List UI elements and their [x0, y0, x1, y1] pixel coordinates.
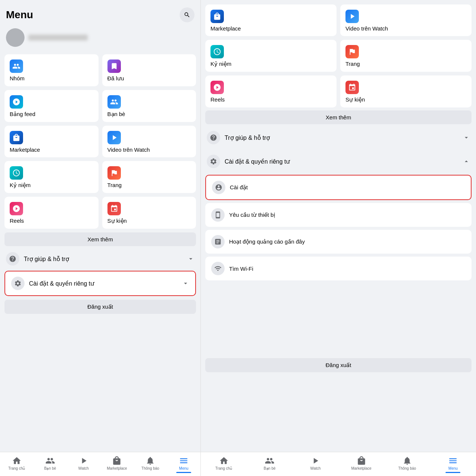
chevron-down-icon-2 [182, 280, 189, 287]
r-marketplace-label: Marketplace [210, 25, 331, 32]
left-panel: Menu Nhóm Đã lưu [0, 0, 201, 476]
r-nav-menu-label: Menu [448, 466, 458, 470]
r-notifications-nav-icon [402, 456, 412, 466]
left-bottom-nav: Trang chủ Bạn bè Watch Marketplace Thông… [0, 452, 200, 476]
right-panel: Marketplace Video trên Watch Kỷ niệm Tra… [201, 0, 476, 476]
r-see-more-button[interactable]: Xem thêm [205, 110, 472, 124]
settings-icon [11, 277, 25, 290]
r-support-label: Trợ giúp & hỗ trợ [225, 134, 458, 141]
search-icon [184, 12, 190, 18]
grid-item-memories[interactable]: Kỷ niệm [4, 161, 99, 193]
memories-label: Kỷ niệm [10, 182, 93, 189]
chevron-down-icon [187, 255, 194, 263]
r-marketplace-nav-icon [357, 456, 366, 466]
r-reels-icon [210, 81, 224, 94]
grid-item-pages[interactable]: Trang [102, 161, 196, 193]
friends-icon [107, 95, 121, 109]
right-grid-item-watch[interactable]: Video trên Watch [340, 4, 472, 36]
search-button[interactable] [180, 7, 194, 22]
settings-label: Cài đặt & quyền riêng tư [29, 280, 177, 287]
marketplace-nav-icon [112, 456, 122, 466]
r-nav-friends-label: Bạn bè [264, 466, 276, 470]
saved-label: Đã lưu [107, 75, 191, 82]
grid-item-feed[interactable]: Bảng feed [4, 90, 99, 122]
r-nav-marketplace-label: Marketplace [351, 466, 371, 470]
grid-item-marketplace[interactable]: Marketplace [4, 126, 99, 157]
r-nav-notifications-label: Thông báo [398, 466, 416, 470]
feed-icon [10, 95, 23, 109]
right-grid-item-marketplace[interactable]: Marketplace [205, 4, 337, 36]
caidat-icon [212, 181, 225, 194]
grid-item-saved[interactable]: Đã lưu [102, 54, 196, 86]
nav-notifications-label: Thông báo [141, 466, 159, 470]
r-nav-menu[interactable]: Menu [430, 454, 476, 475]
support-row[interactable]: Trợ giúp & hỗ trợ [0, 247, 200, 271]
marketplace-icon [10, 131, 23, 144]
r-settings-icon [207, 155, 220, 168]
r-menu-nav-icon [448, 456, 458, 466]
right-grid-item-reels[interactable]: Reels [205, 75, 337, 107]
yeucau-icon [211, 208, 225, 222]
friends-label: Bạn bè [107, 111, 191, 118]
profile-area[interactable] [0, 25, 200, 51]
menu-nav-icon [179, 456, 189, 466]
marketplace-label: Marketplace [10, 147, 93, 153]
right-grid-item-events[interactable]: Sự kiện [340, 75, 472, 107]
left-title: Menu [6, 9, 33, 21]
nav-marketplace[interactable]: Marketplace [100, 454, 134, 475]
r-nav-marketplace[interactable]: Marketplace [338, 454, 384, 475]
settings-row[interactable]: Cài đặt & quyền riêng tư [4, 271, 196, 296]
nav-notifications[interactable]: Thông báo [134, 454, 167, 475]
r-nav-home[interactable]: Trang chủ [201, 454, 247, 475]
right-grid-item-memories[interactable]: Kỷ niệm [205, 40, 337, 72]
wifi-icon [211, 262, 225, 275]
r-support-icon [207, 131, 220, 144]
see-more-button[interactable]: Xem thêm [4, 232, 196, 246]
r-home-icon [219, 456, 229, 466]
r-nav-notifications[interactable]: Thông báo [384, 454, 430, 475]
nav-menu-label: Menu [179, 466, 189, 470]
r-settings-wifi[interactable]: Tìm Wi-Fi [205, 257, 472, 280]
home-icon [12, 456, 22, 466]
r-pages-label: Trang [345, 61, 466, 67]
quangcao-label: Hoạt động quảng cáo gần đây [229, 238, 305, 245]
r-support-row[interactable]: Trợ giúp & hỗ trợ [201, 126, 476, 149]
grid-item-friends[interactable]: Bạn bè [102, 90, 196, 122]
nav-friends[interactable]: Bạn bè [33, 454, 67, 475]
r-nav-friends[interactable]: Bạn bè [247, 454, 292, 475]
caidat-label: Cài đặt [230, 184, 248, 191]
r-watch-label: Video trên Watch [345, 25, 466, 32]
right-bottom-nav: Trang chủ Bạn bè Watch Marketplace Thông… [201, 452, 476, 476]
right-grid: Marketplace Video trên Watch Kỷ niệm Tra… [201, 0, 476, 109]
feed-label: Bảng feed [10, 111, 93, 118]
r-logout-button[interactable]: Đăng xuất [205, 358, 472, 372]
grid-item-events[interactable]: Sự kiện [102, 197, 196, 229]
r-settings-row[interactable]: Cài đặt & quyền riêng tư [201, 149, 476, 173]
grid-item-groups[interactable]: Nhóm [4, 54, 99, 86]
r-events-label: Sự kiện [345, 96, 466, 103]
r-nav-watch[interactable]: Watch [293, 454, 338, 475]
nav-watch[interactable]: Watch [67, 454, 100, 475]
nav-marketplace-label: Marketplace [107, 466, 127, 470]
groups-icon [10, 60, 23, 73]
friends-nav-icon [45, 456, 55, 466]
events-icon [107, 202, 121, 215]
grid-item-watch[interactable]: Video trên Watch [102, 126, 196, 157]
logout-button[interactable]: Đăng xuất [4, 300, 196, 314]
nav-home[interactable]: Trang chủ [0, 454, 33, 475]
pages-icon [107, 166, 121, 180]
saved-icon [107, 60, 121, 73]
right-grid-item-pages[interactable]: Trang [340, 40, 472, 72]
yeucau-label: Yêu cầu từ thiết bị [229, 212, 275, 218]
r-settings-quangcao[interactable]: Hoạt động quảng cáo gần đây [205, 230, 472, 254]
r-chevron-up-icon [463, 158, 470, 165]
r-settings-yeucau[interactable]: Yêu cầu từ thiết bị [205, 203, 472, 227]
avatar [6, 28, 25, 47]
nav-menu[interactable]: Menu [167, 454, 200, 475]
nav-friends-label: Bạn bè [44, 466, 56, 470]
r-settings-caidat[interactable]: Cài đặt [205, 175, 472, 200]
r-chevron-down-icon [463, 134, 470, 141]
events-label: Sự kiện [107, 218, 191, 224]
grid-item-reels[interactable]: Reels [4, 197, 99, 229]
r-watch-nav-icon [311, 456, 320, 466]
